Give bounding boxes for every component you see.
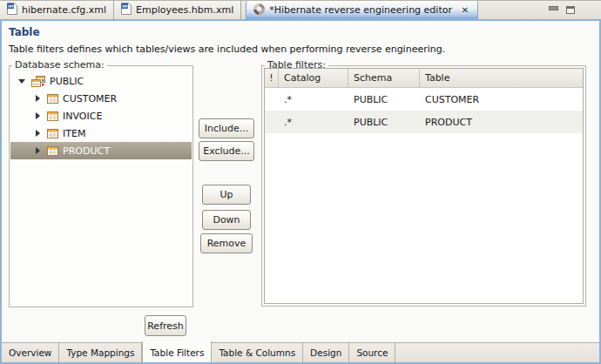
page-tabbar: Overview Type Mappings Table Filters Tab… <box>2 342 599 362</box>
tree-item-label: ITEM <box>63 128 85 139</box>
expand-arrow-icon[interactable] <box>31 95 44 102</box>
refresh-button[interactable]: Refresh <box>145 315 186 336</box>
tab-overview[interactable]: Overview <box>2 343 59 362</box>
expand-arrow-icon[interactable] <box>31 130 44 137</box>
tree-item-customer[interactable]: CUSTOMER <box>10 90 192 107</box>
tab-table-and-columns[interactable]: Table & Columns <box>212 343 303 362</box>
tab-table-filters[interactable]: Table Filters <box>142 341 212 362</box>
tab-label: hibernate.cfg.xml <box>22 4 106 16</box>
cell-catalog: .* <box>279 94 348 105</box>
maximize-icon[interactable] <box>566 6 575 14</box>
tree-item-label: PUBLIC <box>50 76 84 87</box>
column-header-table[interactable]: Table <box>420 69 583 87</box>
tree-item-label: INVOICE <box>63 111 102 122</box>
tree-item-public[interactable]: PUBLIC <box>10 72 192 90</box>
editor-tabbar: hibernate.cfg.xml Employees.hbm.xml *Hib… <box>0 0 601 19</box>
down-button[interactable]: Down <box>202 210 251 230</box>
column-header-schema[interactable]: Schema <box>348 69 420 87</box>
expand-arrow-icon[interactable] <box>31 112 44 119</box>
table-icon <box>47 146 58 156</box>
include-button[interactable]: Include... <box>199 118 254 138</box>
table-icon <box>47 129 58 138</box>
cell-schema: PUBLIC <box>348 94 420 105</box>
tree-item-invoice[interactable]: INVOICE <box>10 107 192 125</box>
cell-table: PRODUCT <box>420 117 583 128</box>
column-header-catalog[interactable]: Catalog <box>279 69 348 87</box>
tab-hibernate-reveng-editor[interactable]: *Hibernate reverse engineering editor <box>246 1 478 19</box>
tab-design[interactable]: Design <box>303 343 349 362</box>
table-icon <box>47 111 58 121</box>
tabbar-spacer <box>478 1 601 19</box>
exclude-button[interactable]: Exclude... <box>199 141 254 161</box>
page-description: Table filters defines which tables/views… <box>9 44 445 55</box>
table-row[interactable]: .* PUBLIC PRODUCT <box>265 111 583 133</box>
cell-catalog: .* <box>279 117 348 128</box>
hibernate-icon <box>253 3 265 17</box>
tree-item-item[interactable]: ITEM <box>10 125 192 142</box>
remove-button[interactable]: Remove <box>200 233 253 253</box>
table-row[interactable]: .* PUBLIC CUSTOMER <box>265 88 583 111</box>
close-icon[interactable] <box>460 4 470 16</box>
tree-item-product[interactable]: PRODUCT <box>10 142 192 159</box>
table-filters-group: Table filters: ! Catalog Schema Table .*… <box>261 65 586 307</box>
xml-file-icon <box>7 3 17 17</box>
editor-content-frame: Table Table filters defines which tables… <box>0 19 601 364</box>
table-icon <box>47 94 58 104</box>
tab-label: Employees.hbm.xml <box>136 4 233 16</box>
tab-hibernate-cfg-xml[interactable]: hibernate.cfg.xml <box>0 1 114 19</box>
expand-arrow-icon[interactable] <box>16 79 28 84</box>
tree-item-label: PRODUCT <box>63 145 110 157</box>
tab-label: *Hibernate reverse engineering editor <box>269 4 452 16</box>
tree-item-label: CUSTOMER <box>63 93 117 104</box>
xml-file-icon <box>121 3 132 17</box>
column-header-exclusion[interactable]: ! <box>265 69 279 87</box>
tab-type-mappings[interactable]: Type Mappings <box>59 343 142 362</box>
database-schema-label: Database schema: <box>12 59 107 71</box>
up-button[interactable]: Up <box>202 185 251 205</box>
table-filters-table: ! Catalog Schema Table .* PUBLIC CUSTOME… <box>264 68 584 304</box>
hibernate-reverse-engineering-editor: hibernate.cfg.xml Employees.hbm.xml *Hib… <box>0 0 601 364</box>
tab-employees-hbm-xml[interactable]: Employees.hbm.xml <box>114 1 241 19</box>
cell-schema: PUBLIC <box>348 117 420 128</box>
expand-arrow-icon[interactable] <box>31 147 44 154</box>
schema-icon <box>31 76 45 87</box>
tab-source[interactable]: Source <box>349 343 395 362</box>
table-header-row: ! Catalog Schema Table <box>265 69 583 88</box>
minimize-icon[interactable] <box>549 6 558 10</box>
database-schema-group: Database schema: PUBLIC CUSTOMER <box>9 65 193 307</box>
page-title: Table <box>9 26 40 38</box>
cell-table: CUSTOMER <box>420 94 583 105</box>
